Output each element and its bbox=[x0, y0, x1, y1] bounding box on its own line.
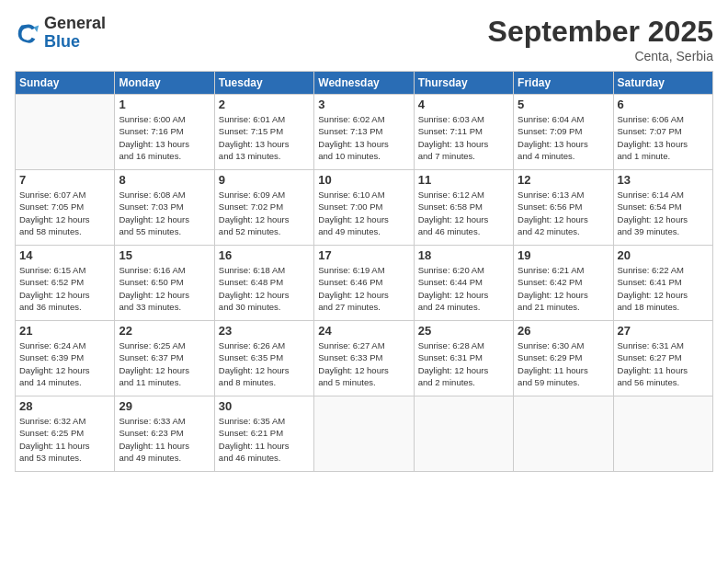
day-info: Sunrise: 6:32 AMSunset: 6:25 PMDaylight:… bbox=[19, 415, 110, 464]
day-info: Sunrise: 6:10 AMSunset: 7:00 PMDaylight:… bbox=[318, 189, 409, 237]
calendar-cell-w5-d3: 30Sunrise: 6:35 AMSunset: 6:21 PMDayligh… bbox=[214, 396, 313, 472]
day-number: 5 bbox=[518, 98, 609, 111]
col-friday: Friday bbox=[514, 72, 613, 95]
day-info: Sunrise: 6:03 AMSunset: 7:11 PMDaylight:… bbox=[418, 113, 509, 162]
col-thursday: Thursday bbox=[414, 72, 513, 95]
col-monday: Monday bbox=[115, 72, 214, 95]
day-info: Sunrise: 6:08 AMSunset: 7:03 PMDaylight:… bbox=[119, 189, 210, 237]
month-title: September 2025 bbox=[488, 15, 713, 49]
logo-text: General Blue bbox=[44, 15, 106, 52]
calendar-cell-w1-d4: 3Sunrise: 6:02 AMSunset: 7:13 PMDaylight… bbox=[314, 95, 414, 170]
day-number: 20 bbox=[618, 248, 709, 262]
day-info: Sunrise: 6:01 AMSunset: 7:15 PMDaylight:… bbox=[219, 113, 310, 162]
location: Centa, Serbia bbox=[488, 49, 713, 63]
calendar-cell-w2-d4: 10Sunrise: 6:10 AMSunset: 7:00 PMDayligh… bbox=[314, 170, 414, 246]
logo: General Blue bbox=[15, 15, 106, 52]
calendar-week-3: 14Sunrise: 6:15 AMSunset: 6:52 PMDayligh… bbox=[16, 246, 713, 321]
calendar-header-row: Sunday Monday Tuesday Wednesday Thursday… bbox=[16, 72, 713, 95]
col-sunday: Sunday bbox=[16, 72, 115, 95]
day-number: 30 bbox=[219, 399, 310, 413]
day-info: Sunrise: 6:33 AMSunset: 6:23 PMDaylight:… bbox=[119, 415, 210, 464]
day-number: 26 bbox=[518, 324, 609, 338]
calendar-week-4: 21Sunrise: 6:24 AMSunset: 6:39 PMDayligh… bbox=[16, 321, 713, 396]
day-info: Sunrise: 6:25 AMSunset: 6:37 PMDaylight:… bbox=[119, 339, 210, 388]
day-info: Sunrise: 6:31 AMSunset: 6:27 PMDaylight:… bbox=[618, 339, 709, 388]
day-info: Sunrise: 6:26 AMSunset: 6:35 PMDaylight:… bbox=[219, 339, 310, 388]
day-number: 21 bbox=[19, 324, 110, 338]
day-info: Sunrise: 6:09 AMSunset: 7:02 PMDaylight:… bbox=[219, 189, 310, 237]
day-info: Sunrise: 6:19 AMSunset: 6:46 PMDaylight:… bbox=[318, 264, 409, 313]
day-info: Sunrise: 6:12 AMSunset: 6:58 PMDaylight:… bbox=[418, 189, 509, 237]
day-number: 22 bbox=[119, 324, 210, 338]
calendar-cell-w2-d3: 9Sunrise: 6:09 AMSunset: 7:02 PMDaylight… bbox=[214, 170, 313, 246]
day-info: Sunrise: 6:24 AMSunset: 6:39 PMDaylight:… bbox=[19, 339, 110, 388]
calendar-cell-w3-d3: 16Sunrise: 6:18 AMSunset: 6:48 PMDayligh… bbox=[214, 246, 313, 321]
calendar-cell-w2-d2: 8Sunrise: 6:08 AMSunset: 7:03 PMDaylight… bbox=[115, 170, 214, 246]
day-info: Sunrise: 6:18 AMSunset: 6:48 PMDaylight:… bbox=[219, 264, 310, 313]
day-info: Sunrise: 6:21 AMSunset: 6:42 PMDaylight:… bbox=[518, 264, 609, 313]
day-number: 11 bbox=[418, 173, 509, 187]
day-info: Sunrise: 6:20 AMSunset: 6:44 PMDaylight:… bbox=[418, 264, 509, 313]
day-number: 3 bbox=[318, 98, 409, 111]
day-number: 19 bbox=[518, 248, 609, 262]
title-block: September 2025 Centa, Serbia bbox=[488, 15, 713, 63]
day-info: Sunrise: 6:22 AMSunset: 6:41 PMDaylight:… bbox=[618, 264, 709, 313]
calendar-cell-w2-d7: 13Sunrise: 6:14 AMSunset: 6:54 PMDayligh… bbox=[613, 170, 712, 246]
calendar-cell-w4-d1: 21Sunrise: 6:24 AMSunset: 6:39 PMDayligh… bbox=[16, 321, 115, 396]
day-number: 8 bbox=[119, 173, 210, 187]
day-number: 27 bbox=[618, 324, 709, 338]
day-info: Sunrise: 6:00 AMSunset: 7:16 PMDaylight:… bbox=[119, 113, 210, 162]
day-number: 14 bbox=[19, 248, 110, 262]
day-number: 10 bbox=[318, 173, 409, 187]
calendar-cell-w3-d1: 14Sunrise: 6:15 AMSunset: 6:52 PMDayligh… bbox=[16, 246, 115, 321]
day-info: Sunrise: 6:35 AMSunset: 6:21 PMDaylight:… bbox=[219, 415, 310, 464]
calendar-cell-w2-d6: 12Sunrise: 6:13 AMSunset: 6:56 PMDayligh… bbox=[514, 170, 613, 246]
calendar-cell-w4-d6: 26Sunrise: 6:30 AMSunset: 6:29 PMDayligh… bbox=[514, 321, 613, 396]
day-info: Sunrise: 6:30 AMSunset: 6:29 PMDaylight:… bbox=[518, 339, 609, 388]
calendar-cell-w3-d4: 17Sunrise: 6:19 AMSunset: 6:46 PMDayligh… bbox=[314, 246, 414, 321]
calendar-cell-w3-d2: 15Sunrise: 6:16 AMSunset: 6:50 PMDayligh… bbox=[115, 246, 214, 321]
calendar-cell-w1-d2: 1Sunrise: 6:00 AMSunset: 7:16 PMDaylight… bbox=[115, 95, 214, 170]
day-number: 2 bbox=[219, 98, 310, 111]
calendar-cell-w4-d4: 24Sunrise: 6:27 AMSunset: 6:33 PMDayligh… bbox=[314, 321, 414, 396]
day-info: Sunrise: 6:28 AMSunset: 6:31 PMDaylight:… bbox=[418, 339, 509, 388]
day-info: Sunrise: 6:16 AMSunset: 6:50 PMDaylight:… bbox=[119, 264, 210, 313]
day-info: Sunrise: 6:13 AMSunset: 6:56 PMDaylight:… bbox=[518, 189, 609, 237]
day-info: Sunrise: 6:15 AMSunset: 6:52 PMDaylight:… bbox=[19, 264, 110, 313]
day-number: 9 bbox=[219, 173, 310, 187]
logo-general-text: General bbox=[44, 15, 106, 33]
day-number: 24 bbox=[318, 324, 409, 338]
calendar-cell-w5-d6 bbox=[514, 396, 613, 472]
day-number: 28 bbox=[19, 399, 110, 413]
calendar-cell-w4-d5: 25Sunrise: 6:28 AMSunset: 6:31 PMDayligh… bbox=[414, 321, 513, 396]
calendar-cell-w5-d2: 29Sunrise: 6:33 AMSunset: 6:23 PMDayligh… bbox=[115, 396, 214, 472]
calendar-cell-w3-d6: 19Sunrise: 6:21 AMSunset: 6:42 PMDayligh… bbox=[514, 246, 613, 321]
calendar-cell-w1-d1 bbox=[16, 95, 115, 170]
calendar-cell-w1-d5: 4Sunrise: 6:03 AMSunset: 7:11 PMDaylight… bbox=[414, 95, 513, 170]
col-saturday: Saturday bbox=[613, 72, 712, 95]
calendar-week-2: 7Sunrise: 6:07 AMSunset: 7:05 PMDaylight… bbox=[16, 170, 713, 246]
day-number: 1 bbox=[119, 98, 210, 111]
day-number: 16 bbox=[219, 248, 310, 262]
calendar-cell-w4-d3: 23Sunrise: 6:26 AMSunset: 6:35 PMDayligh… bbox=[214, 321, 313, 396]
calendar-table: Sunday Monday Tuesday Wednesday Thursday… bbox=[15, 71, 713, 472]
day-info: Sunrise: 6:07 AMSunset: 7:05 PMDaylight:… bbox=[19, 189, 110, 237]
page-header: General Blue September 2025 Centa, Serbi… bbox=[15, 15, 713, 63]
day-number: 18 bbox=[418, 248, 509, 262]
calendar-week-5: 28Sunrise: 6:32 AMSunset: 6:25 PMDayligh… bbox=[16, 396, 713, 472]
day-number: 6 bbox=[618, 98, 709, 111]
day-number: 29 bbox=[119, 399, 210, 413]
day-number: 13 bbox=[618, 173, 709, 187]
day-info: Sunrise: 6:06 AMSunset: 7:07 PMDaylight:… bbox=[618, 113, 709, 162]
calendar-cell-w1-d6: 5Sunrise: 6:04 AMSunset: 7:09 PMDaylight… bbox=[514, 95, 613, 170]
day-number: 7 bbox=[19, 173, 110, 187]
day-number: 15 bbox=[119, 248, 210, 262]
day-number: 17 bbox=[318, 248, 409, 262]
calendar-cell-w5-d1: 28Sunrise: 6:32 AMSunset: 6:25 PMDayligh… bbox=[16, 396, 115, 472]
calendar-cell-w5-d4 bbox=[314, 396, 414, 472]
day-number: 12 bbox=[518, 173, 609, 187]
day-info: Sunrise: 6:04 AMSunset: 7:09 PMDaylight:… bbox=[518, 113, 609, 162]
calendar-cell-w2-d1: 7Sunrise: 6:07 AMSunset: 7:05 PMDaylight… bbox=[16, 170, 115, 246]
logo-blue-text: Blue bbox=[44, 33, 106, 52]
day-number: 23 bbox=[219, 324, 310, 338]
